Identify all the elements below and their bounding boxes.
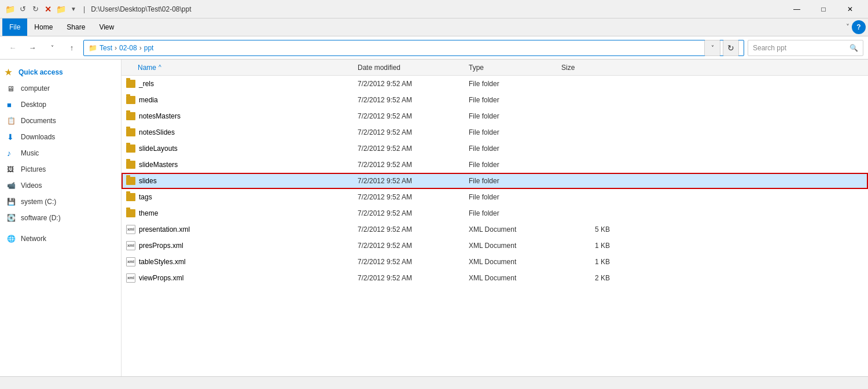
table-row[interactable]: tags 7/2/2012 9:52 AM File folder [122, 189, 868, 205]
sidebar-label-desktop: Desktop [21, 101, 46, 109]
file-name-label: media [139, 96, 158, 104]
sidebar-item-computer[interactable]: 🖥 computer [0, 80, 121, 97]
sidebar-item-quick-access[interactable]: ★ Quick access [0, 64, 121, 80]
path-segment-test[interactable]: Test [100, 44, 112, 52]
close-red-icon[interactable]: ✕ [43, 4, 53, 14]
sidebar-item-desktop[interactable]: ■ Desktop [0, 97, 121, 113]
tab-home[interactable]: Home [27, 18, 60, 36]
maximize-button[interactable]: □ [810, 0, 837, 18]
file-date-cell: 7/2/2012 9:52 AM [353, 96, 469, 104]
file-list-header: Name ^ Date modified Type Size [122, 60, 868, 76]
table-row[interactable]: slideLayouts 7/2/2012 9:52 AM File folde… [122, 140, 868, 157]
undo-icon[interactable]: ↺ [17, 4, 28, 14]
file-date-cell: 7/2/2012 9:52 AM [353, 209, 469, 217]
path-segment-0208[interactable]: 02-08 [119, 44, 137, 52]
column-size[interactable]: Size [561, 64, 619, 72]
folder-icon [126, 80, 135, 88]
folder-icon: 📁 [5, 4, 15, 14]
file-name-cell: xml presProps.xml [122, 241, 353, 250]
xml-icon: xml [126, 273, 135, 283]
column-type[interactable]: Type [469, 64, 561, 72]
sidebar-label-music: Music [21, 149, 39, 157]
title-bar-path: D:\Users\Desktop\Test\02-08\ppt [91, 5, 784, 13]
address-dropdown-button[interactable]: ˅ [704, 40, 720, 56]
table-row[interactable]: _rels 7/2/2012 9:52 AM File folder [122, 76, 868, 92]
file-name-cell: xml presentation.xml [122, 225, 353, 234]
table-row[interactable]: media 7/2/2012 9:52 AM File folder [122, 92, 868, 108]
refresh-button[interactable]: ↻ [723, 40, 739, 56]
file-type-cell: File folder [469, 209, 561, 217]
sidebar-label-documents: Documents [21, 117, 56, 125]
downloads-icon: ⬇ [7, 132, 17, 142]
system-c-icon: 💾 [7, 198, 17, 206]
file-name-label: notesMasters [139, 112, 181, 120]
sidebar-item-music[interactable]: ♪ Music [0, 145, 121, 161]
sidebar-label-software-d: software (D:) [21, 214, 61, 222]
sidebar-item-pictures[interactable]: 🖼 Pictures [0, 161, 121, 177]
xml-icon: xml [126, 241, 135, 250]
folder2-icon: 📁 [56, 4, 66, 14]
file-date-cell: 7/2/2012 9:52 AM [353, 274, 469, 282]
chevron-down-icon[interactable]: ˅ [846, 23, 849, 31]
file-type-cell: File folder [469, 145, 561, 153]
xml-icon: xml [126, 257, 135, 266]
up-button[interactable]: ↑ [64, 40, 80, 56]
sidebar-item-system-c[interactable]: 💾 system (C:) [0, 194, 121, 210]
search-icon: 🔍 [849, 44, 858, 52]
file-name-cell: theme [122, 209, 353, 217]
file-type-cell: XML Document [469, 274, 561, 282]
file-name-label: tags [139, 193, 152, 201]
table-row[interactable]: xml tableStyles.xml 7/2/2012 9:52 AM XML… [122, 254, 868, 270]
file-type-cell: File folder [469, 96, 561, 104]
path-arrow-2: › [139, 44, 142, 52]
file-name-label: slideLayouts [139, 145, 178, 153]
table-row[interactable]: xml viewProps.xml 7/2/2012 9:52 AM XML D… [122, 270, 868, 286]
file-name-cell: slideMasters [122, 161, 353, 169]
help-button[interactable]: ? [852, 20, 866, 34]
file-size-cell: 1 KB [561, 258, 619, 266]
main-content: ★ Quick access 🖥 computer ■ Desktop 📋 Do… [0, 60, 868, 376]
table-row[interactable]: xml presentation.xml 7/2/2012 9:52 AM XM… [122, 221, 868, 238]
column-date[interactable]: Date modified [353, 64, 469, 72]
column-name[interactable]: Name ^ [122, 64, 353, 72]
file-list: Name ^ Date modified Type Size _rels 7/2… [122, 60, 868, 376]
tab-file[interactable]: File [2, 18, 27, 36]
file-name-label: tableStyles.xml [139, 258, 186, 266]
sidebar-item-documents[interactable]: 📋 Documents [0, 113, 121, 129]
search-box[interactable]: Search ppt 🔍 [748, 40, 863, 56]
forward-button[interactable]: → [24, 40, 41, 56]
table-row[interactable]: xml presProps.xml 7/2/2012 9:52 AM XML D… [122, 238, 868, 254]
sidebar-label-videos: Videos [21, 181, 42, 190]
redo-icon[interactable]: ↻ [30, 4, 41, 14]
tab-share[interactable]: Share [60, 18, 92, 36]
back-button[interactable]: ← [5, 40, 21, 56]
close-button[interactable]: ✕ [837, 0, 863, 18]
sidebar-label-computer: computer [21, 84, 50, 92]
sidebar-item-network[interactable]: 🌐 Network [0, 231, 121, 247]
sidebar-item-software-d[interactable]: 💽 software (D:) [0, 210, 121, 226]
star-icon: ★ [5, 68, 15, 77]
minimize-button[interactable]: — [784, 0, 810, 18]
file-name-cell: tags [122, 193, 353, 201]
recent-locations-button[interactable]: ˅ [44, 40, 60, 56]
sidebar-item-videos[interactable]: 📹 Videos [0, 177, 121, 194]
table-row[interactable]: notesMasters 7/2/2012 9:52 AM File folde… [122, 108, 868, 124]
arrow-down-icon[interactable]: ▼ [68, 4, 79, 14]
file-type-cell: XML Document [469, 225, 561, 234]
tab-view[interactable]: View [92, 18, 121, 36]
path-segment-ppt[interactable]: ppt [144, 44, 154, 52]
table-row[interactable]: notesSlides 7/2/2012 9:52 AM File folder [122, 124, 868, 140]
file-type-cell: File folder [469, 128, 561, 136]
sidebar-label-downloads: Downloads [21, 133, 55, 141]
sidebar-label-pictures: Pictures [21, 165, 46, 173]
window-controls: — □ ✕ [784, 0, 863, 18]
file-type-cell: File folder [469, 80, 561, 88]
table-row-slides[interactable]: slides 7/2/2012 9:52 AM File folder [122, 173, 868, 189]
file-date-cell: 7/2/2012 9:52 AM [353, 161, 469, 169]
music-icon: ♪ [7, 149, 17, 158]
table-row[interactable]: theme 7/2/2012 9:52 AM File folder [122, 205, 868, 221]
file-type-cell: File folder [469, 112, 561, 120]
table-row[interactable]: slideMasters 7/2/2012 9:52 AM File folde… [122, 157, 868, 173]
address-path-box[interactable]: 📁 Test › 02-08 › ppt ˅ ↻ [83, 40, 744, 56]
sidebar-item-downloads[interactable]: ⬇ Downloads [0, 129, 121, 145]
